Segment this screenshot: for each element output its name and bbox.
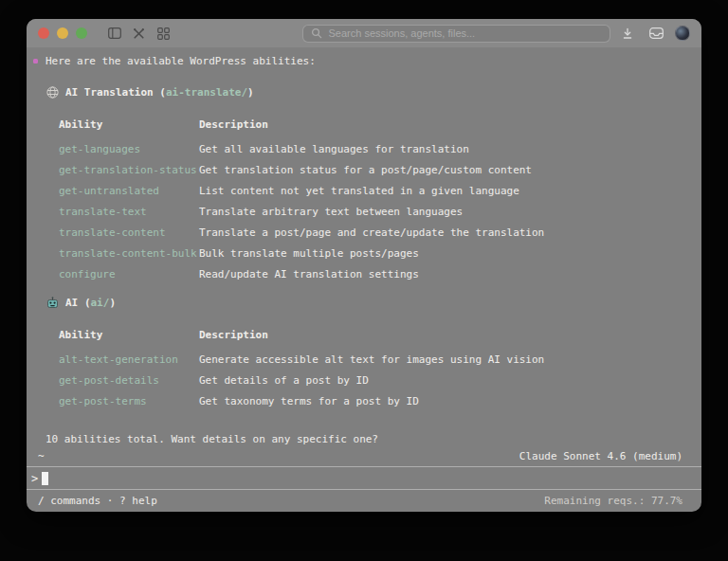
ability-description: Get all available languages for translat… (199, 143, 682, 155)
section-title: AI Translation (ai-translate/) (65, 86, 254, 99)
ability-name: configure (59, 268, 199, 280)
text-cursor (42, 472, 48, 485)
abilities-table-ai-translation: Ability Description get-languagesGet all… (59, 112, 682, 284)
table-row: translate-textTranslate arbitrary text b… (59, 201, 682, 222)
tools-icon[interactable] (131, 24, 148, 43)
app-window: Search sessions, agents, files... Here a… (27, 19, 701, 512)
assistant-message-line: Here are the available WordPress abiliti… (46, 55, 682, 68)
table-row: get-languagesGet all available languages… (59, 138, 682, 159)
globe-icon (46, 86, 59, 99)
message-bullet-icon (33, 59, 38, 63)
section-header-ai-translation: AI Translation (ai-translate/) (46, 86, 682, 99)
section-slug: ai/ (91, 297, 110, 309)
table-header-row: Ability Description (59, 112, 682, 136)
section-title: AI (ai/) (65, 297, 116, 309)
search-icon (311, 27, 322, 39)
ability-name: get-untranslated (59, 185, 199, 197)
zoom-button[interactable] (76, 27, 87, 39)
table-header-row: Ability Description (59, 322, 682, 347)
bottom-toolbar: + /remote-control File explorer Rich Inp… (27, 511, 701, 512)
table-row: translate-content-bulkBulk translate mul… (59, 243, 682, 263)
robot-icon (46, 297, 59, 309)
search-placeholder: Search sessions, agents, files... (328, 27, 475, 39)
ability-description: Read/update AI translation settings (199, 268, 682, 280)
cwd-indicator: ~ (38, 450, 45, 462)
ability-description: Get translation status for a post/page/c… (199, 164, 682, 176)
table-row: translate-contentTranslate a post/page a… (59, 222, 682, 243)
minimize-button[interactable] (57, 27, 68, 39)
column-header-description: Description (199, 329, 682, 341)
summary-line: 10 abilities total. Want details on any … (46, 433, 682, 445)
column-header-description: Description (199, 118, 682, 131)
inbox-icon[interactable] (646, 24, 665, 43)
download-icon[interactable] (618, 24, 637, 43)
terminal-output: Here are the available WordPress abiliti… (27, 47, 701, 445)
ability-description: Bulk translate multiple posts/pages (199, 247, 682, 260)
ability-description: Get details of a post by ID (199, 374, 682, 387)
table-row: get-post-termsGet taxonomy terms for a p… (59, 390, 682, 411)
hints-left: / commands · ? help (38, 495, 157, 507)
prompt-symbol: > (31, 472, 38, 485)
table-row: configureRead/update AI translation sett… (59, 263, 682, 284)
column-header-ability: Ability (59, 329, 199, 341)
ability-description: Get taxonomy terms for a post by ID (199, 395, 682, 407)
ability-name: translate-text (59, 206, 199, 218)
table-row: alt-text-generationGenerate accessible a… (59, 349, 682, 370)
abilities-table-ai: Ability Description alt-text-generationG… (59, 322, 682, 411)
table-row: get-post-detailsGet details of a post by… (59, 370, 682, 390)
status-row: ~ Claude Sonnet 4.6 (medium) (27, 445, 701, 466)
avatar[interactable] (675, 26, 690, 41)
section-slug: ai-translate/ (166, 86, 247, 99)
table-row: get-untranslatedList content not yet tra… (59, 180, 682, 201)
sidebar-toggle-icon[interactable] (106, 24, 123, 43)
titlebar: Search sessions, agents, files... (27, 19, 701, 47)
hints-row: / commands · ? help Remaining reqs.: 77.… (27, 490, 701, 511)
search-input[interactable]: Search sessions, agents, files... (302, 25, 610, 43)
ability-description: Generate accessible alt text for images … (199, 353, 682, 366)
apps-grid-icon[interactable] (155, 24, 173, 43)
remaining-requests: Remaining reqs.: 77.7% (544, 495, 682, 507)
traffic-lights (38, 27, 87, 39)
intro-text: Here are the available WordPress abiliti… (46, 55, 316, 67)
ability-name: translate-content-bulk (59, 247, 199, 260)
column-header-ability: Ability (59, 118, 199, 131)
prompt-input[interactable]: > (27, 467, 701, 489)
ability-description: List content not yet translated in a giv… (199, 185, 682, 197)
ability-name: get-post-details (59, 374, 199, 387)
table-row: get-translation-statusGet translation st… (59, 159, 682, 180)
ability-description: Translate a post/page and create/update … (199, 226, 682, 239)
section-header-ai: AI (ai/) (46, 297, 682, 309)
model-indicator: Claude Sonnet 4.6 (medium) (519, 450, 682, 462)
ability-name: get-languages (59, 143, 199, 155)
ability-name: translate-content (59, 226, 199, 239)
ability-name: get-post-terms (59, 395, 199, 407)
ability-name: alt-text-generation (59, 353, 199, 366)
ability-description: Translate arbitrary text between languag… (199, 206, 682, 218)
ability-name: get-translation-status (59, 164, 199, 176)
close-button[interactable] (38, 27, 49, 39)
